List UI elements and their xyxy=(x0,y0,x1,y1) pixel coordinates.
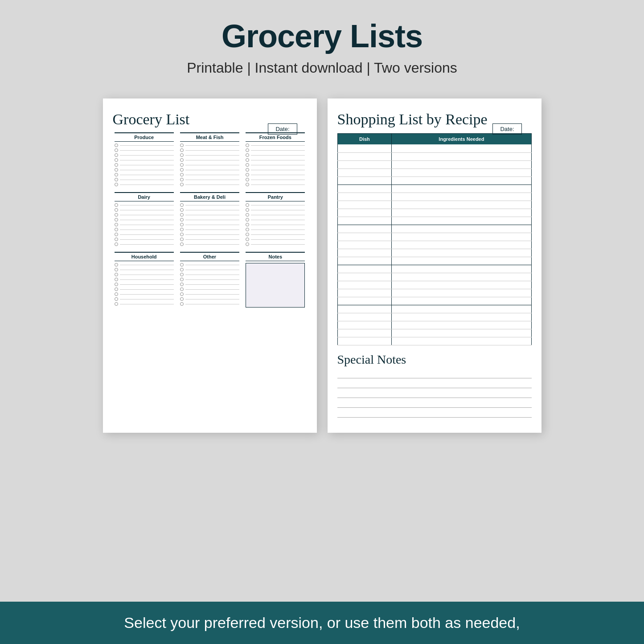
checkbox[interactable] xyxy=(115,242,118,246)
checkbox[interactable] xyxy=(115,292,118,296)
dish-cell[interactable] xyxy=(337,233,392,241)
checkbox[interactable] xyxy=(115,278,118,281)
checkbox[interactable] xyxy=(115,203,118,207)
checkbox[interactable] xyxy=(180,203,184,207)
checkbox[interactable] xyxy=(180,153,184,157)
checkbox[interactable] xyxy=(115,268,118,271)
checkbox[interactable] xyxy=(180,173,184,176)
ingredients-cell[interactable] xyxy=(392,281,531,289)
checkbox[interactable] xyxy=(115,158,118,162)
checkbox[interactable] xyxy=(115,173,118,176)
checkbox[interactable] xyxy=(246,242,249,246)
checkbox[interactable] xyxy=(180,178,184,181)
ingredients-cell[interactable] xyxy=(392,273,531,281)
dish-cell[interactable] xyxy=(337,321,392,329)
dish-cell[interactable] xyxy=(337,289,392,297)
checkbox[interactable] xyxy=(180,163,184,167)
ingredients-cell[interactable] xyxy=(392,329,531,337)
checkbox[interactable] xyxy=(246,153,249,157)
checkbox[interactable] xyxy=(180,168,184,172)
checkbox[interactable] xyxy=(246,173,249,176)
checkbox[interactable] xyxy=(115,283,118,286)
ingredients-cell[interactable] xyxy=(392,217,531,225)
checkbox[interactable] xyxy=(115,233,118,236)
checkbox[interactable] xyxy=(246,178,249,181)
dish-cell[interactable] xyxy=(337,176,392,185)
checkbox[interactable] xyxy=(115,163,118,167)
dish-cell[interactable] xyxy=(337,217,392,225)
dish-cell[interactable] xyxy=(337,337,392,345)
checkbox[interactable] xyxy=(180,268,184,271)
checkbox[interactable] xyxy=(115,218,118,222)
ingredients-cell[interactable] xyxy=(392,168,531,176)
checkbox[interactable] xyxy=(246,213,249,217)
checkbox[interactable] xyxy=(115,238,118,241)
checkbox[interactable] xyxy=(115,297,118,301)
checkbox[interactable] xyxy=(246,223,249,226)
checkbox[interactable] xyxy=(180,208,184,212)
ingredients-cell[interactable] xyxy=(392,185,531,193)
checkbox[interactable] xyxy=(246,158,249,162)
checkbox[interactable] xyxy=(115,213,118,217)
checkbox[interactable] xyxy=(115,168,118,172)
dish-cell[interactable] xyxy=(337,241,392,249)
dish-cell[interactable] xyxy=(337,160,392,168)
checkbox[interactable] xyxy=(180,218,184,222)
checkbox[interactable] xyxy=(180,278,184,281)
ingredients-cell[interactable] xyxy=(392,201,531,209)
ingredients-cell[interactable] xyxy=(392,305,531,313)
checkbox[interactable] xyxy=(115,263,118,267)
dish-cell[interactable] xyxy=(337,249,392,257)
checkbox[interactable] xyxy=(115,302,118,306)
checkbox[interactable] xyxy=(180,238,184,241)
checkbox[interactable] xyxy=(115,148,118,152)
checkbox[interactable] xyxy=(246,233,249,236)
dish-cell[interactable] xyxy=(337,185,392,193)
ingredients-cell[interactable] xyxy=(392,176,531,185)
ingredients-cell[interactable] xyxy=(392,209,531,217)
ingredients-cell[interactable] xyxy=(392,152,531,160)
dish-cell[interactable] xyxy=(337,257,392,265)
checkbox[interactable] xyxy=(246,208,249,212)
checkbox[interactable] xyxy=(115,144,118,147)
checkbox[interactable] xyxy=(180,273,184,276)
dish-cell[interactable] xyxy=(337,273,392,281)
ingredients-cell[interactable] xyxy=(392,241,531,249)
dish-cell[interactable] xyxy=(337,193,392,201)
ingredients-cell[interactable] xyxy=(392,225,531,233)
checkbox[interactable] xyxy=(115,178,118,181)
checkbox[interactable] xyxy=(180,144,184,147)
ingredients-cell[interactable] xyxy=(392,257,531,265)
ingredients-cell[interactable] xyxy=(392,265,531,273)
dish-cell[interactable] xyxy=(337,152,392,160)
dish-cell[interactable] xyxy=(337,281,392,289)
checkbox[interactable] xyxy=(246,163,249,167)
checkbox[interactable] xyxy=(115,223,118,226)
checkbox[interactable] xyxy=(180,302,184,306)
dish-cell[interactable] xyxy=(337,329,392,337)
dish-cell[interactable] xyxy=(337,305,392,313)
checkbox[interactable] xyxy=(246,148,249,152)
dish-cell[interactable] xyxy=(337,209,392,217)
checkbox[interactable] xyxy=(180,228,184,231)
checkbox[interactable] xyxy=(180,297,184,301)
ingredients-cell[interactable] xyxy=(392,144,531,152)
dish-cell[interactable] xyxy=(337,313,392,321)
dish-cell[interactable] xyxy=(337,225,392,233)
dish-cell[interactable] xyxy=(337,265,392,273)
checkbox[interactable] xyxy=(180,183,184,186)
checkbox[interactable] xyxy=(246,203,249,207)
notes-box[interactable] xyxy=(246,263,305,308)
checkbox[interactable] xyxy=(246,183,249,186)
dish-cell[interactable] xyxy=(337,297,392,305)
ingredients-cell[interactable] xyxy=(392,289,531,297)
ingredients-cell[interactable] xyxy=(392,233,531,241)
checkbox[interactable] xyxy=(115,287,118,291)
checkbox[interactable] xyxy=(246,144,249,147)
ingredients-cell[interactable] xyxy=(392,321,531,329)
checkbox[interactable] xyxy=(246,218,249,222)
dish-cell[interactable] xyxy=(337,201,392,209)
checkbox[interactable] xyxy=(180,287,184,291)
checkbox[interactable] xyxy=(180,213,184,217)
ingredients-cell[interactable] xyxy=(392,160,531,168)
